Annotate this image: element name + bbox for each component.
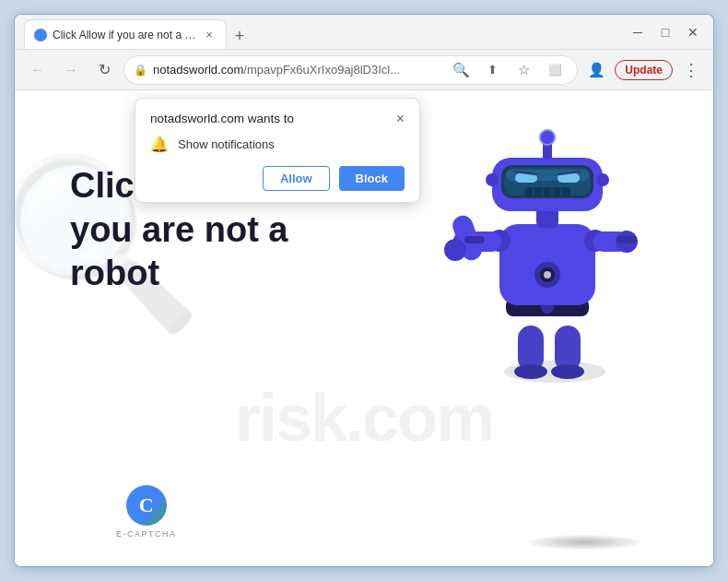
- maximize-button[interactable]: □: [654, 21, 676, 43]
- share-icon[interactable]: ⬆: [479, 57, 505, 83]
- svg-rect-26: [524, 187, 570, 196]
- main-text-line2: you are not a: [70, 210, 288, 249]
- captcha-logo: C E-CAPTCHA: [116, 485, 177, 539]
- captcha-label: E-CAPTCHA: [116, 529, 177, 539]
- back-button[interactable]: ←: [24, 56, 52, 84]
- bell-icon: 🔔: [150, 136, 169, 153]
- popup-close-button[interactable]: ×: [396, 112, 405, 126]
- popup-row-text: Show notifications: [178, 137, 275, 151]
- svg-point-32: [540, 130, 555, 145]
- toolbar: ← → ↻ 🔒 notadsworld.com/mpavpFx6uXrIxo9a…: [15, 50, 713, 90]
- captcha-icon: C: [126, 485, 167, 526]
- forward-button[interactable]: →: [57, 56, 85, 84]
- update-button[interactable]: Update: [615, 60, 673, 80]
- svg-point-10: [544, 271, 551, 279]
- svg-rect-38: [616, 236, 637, 243]
- address-bar[interactable]: 🔒 notadsworld.com/mpavpFx6uXrIxo9aj8lD3I…: [123, 55, 578, 85]
- bookmark-icon[interactable]: ☆: [511, 57, 536, 83]
- svg-point-4: [551, 364, 584, 379]
- allow-button[interactable]: Allow: [263, 166, 330, 191]
- robot-illustration: [418, 109, 676, 432]
- svg-point-36: [444, 239, 466, 261]
- svg-point-34: [596, 173, 609, 186]
- minimize-button[interactable]: ─: [627, 21, 649, 43]
- url-text: notadsworld.com/mpavpFx6uXrIxo9aj8lD3Icl…: [153, 63, 442, 77]
- page-content: 🔍 risk.com Click Allow if you are not a …: [15, 90, 713, 566]
- new-tab-button[interactable]: +: [227, 23, 252, 49]
- main-text-line3: robot: [70, 254, 159, 292]
- popup-title: notadsworld.com wants to: [150, 112, 294, 125]
- robot-shadow: [529, 535, 640, 550]
- url-domain: notadsworld.com: [153, 63, 243, 77]
- browser-tab[interactable]: Click Allow if you are not a robot ×: [24, 19, 227, 49]
- browser-window: Click Allow if you are not a robot × + ─…: [14, 14, 714, 567]
- search-icon[interactable]: 🔍: [448, 57, 474, 83]
- svg-rect-37: [464, 236, 485, 243]
- popup-header: notadsworld.com wants to ×: [150, 112, 405, 126]
- popup-actions: Allow Block: [150, 166, 405, 191]
- profile-icon[interactable]: 👤: [583, 57, 609, 83]
- close-window-button[interactable]: ✕: [682, 21, 704, 43]
- popup-notification-row: 🔔 Show notifications: [150, 136, 405, 153]
- more-options-icon[interactable]: ⋮: [678, 57, 704, 83]
- tab-strip: Click Allow if you are not a robot × +: [24, 15, 621, 49]
- block-button[interactable]: Block: [339, 166, 405, 191]
- url-path: /mpavpFx6uXrIxo9aj8lD3Icl...: [243, 63, 400, 77]
- tab-close-button[interactable]: ×: [202, 28, 217, 42]
- window-controls: ─ □ ✕: [627, 21, 704, 43]
- title-bar: Click Allow if you are not a robot × + ─…: [15, 15, 713, 50]
- svg-point-33: [486, 173, 499, 186]
- reload-button[interactable]: ↻: [90, 56, 118, 84]
- lock-icon: 🔒: [134, 64, 147, 77]
- split-icon[interactable]: ⬜: [542, 57, 568, 83]
- tab-title: Click Allow if you are not a robot: [53, 29, 196, 42]
- notification-popup: notadsworld.com wants to × 🔔 Show notifi…: [135, 98, 420, 203]
- tab-favicon: [34, 29, 47, 42]
- svg-point-3: [514, 364, 547, 379]
